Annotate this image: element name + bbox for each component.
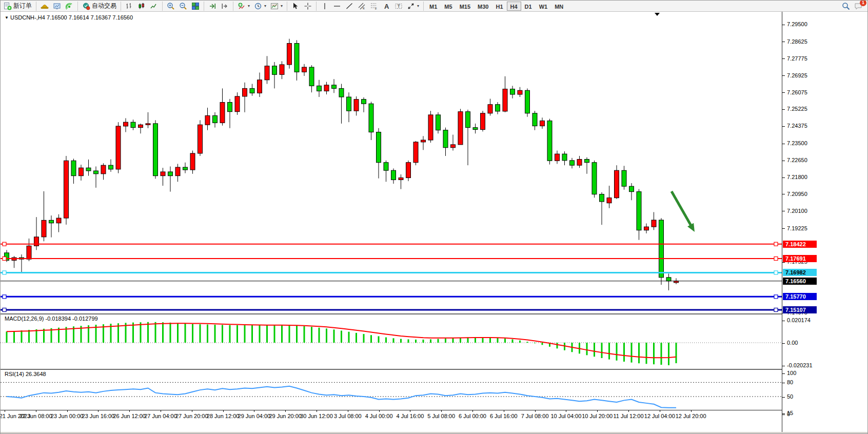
dropdown-caret-icon: ▾	[417, 4, 419, 8]
price-axis-tick: 7.27775	[782, 55, 807, 62]
zoom-out-button[interactable]	[177, 1, 189, 11]
candle-body	[406, 163, 411, 178]
trendline-button[interactable]	[343, 1, 356, 11]
toolbar-separator	[423, 2, 424, 11]
timeframe-button-h4[interactable]: H4	[507, 2, 521, 11]
symbol-dropdown-icon[interactable]: ▼	[5, 15, 9, 20]
candle-body	[153, 124, 158, 176]
main-chart-pane[interactable]	[1, 12, 782, 313]
candle-body	[562, 154, 567, 161]
price-axis-tick: 7.21800	[782, 173, 807, 181]
autotrading-button[interactable]: 自动交易	[80, 1, 119, 11]
candle-body	[607, 198, 611, 203]
new-order-button[interactable]: 新订单	[2, 1, 34, 11]
chart-shift-icon	[221, 2, 229, 10]
trendline-icon	[345, 2, 353, 10]
periods-button[interactable]: ▾	[252, 1, 268, 11]
timeframe-button-m15[interactable]: M15	[456, 2, 474, 11]
signals-button[interactable]	[63, 1, 75, 11]
rsi-pane[interactable]	[1, 370, 782, 410]
indicators-button[interactable]: ▾	[235, 1, 252, 11]
timeframe-button-d1[interactable]: D1	[521, 2, 536, 11]
expert-advisors-button[interactable]	[38, 1, 51, 11]
hline-icon	[333, 2, 341, 10]
candle-body	[421, 140, 426, 142]
candle-body	[600, 194, 604, 202]
trend-arrow-shaft[interactable]	[672, 191, 692, 227]
search-button[interactable]	[840, 1, 852, 11]
shapes-icon	[407, 2, 415, 10]
candlestick-chart-button[interactable]	[135, 1, 148, 11]
line-handle[interactable]	[3, 308, 6, 312]
line-handle[interactable]	[3, 295, 6, 299]
timeframe-button-w1[interactable]: W1	[536, 2, 551, 11]
autotrading-button-label: 自动交易	[92, 2, 116, 10]
autoscroll-icon	[208, 2, 216, 10]
macd-pane[interactable]	[1, 314, 782, 369]
time-axis[interactable]: 21 Jun 202322 Jun 08:0023 Jun 00:0023 Ju…	[1, 410, 782, 421]
line-handle[interactable]	[774, 308, 778, 312]
profiles-button[interactable]	[51, 1, 63, 11]
candle-body	[131, 122, 135, 127]
line-handle[interactable]	[774, 271, 778, 274]
price-axis-tick: 7.24375	[782, 122, 807, 129]
chart-shift-marker[interactable]	[655, 13, 660, 16]
notifications-button[interactable]: 1	[852, 1, 864, 11]
candle-body	[235, 96, 240, 112]
candle-body	[228, 102, 232, 111]
chart-title[interactable]: ▼ USDCNH-,H4 7.16500 7.16614 7.16367 7.1…	[5, 14, 133, 21]
fibonacci-button[interactable]: F	[368, 1, 380, 11]
templates-button[interactable]: ▾	[268, 1, 285, 11]
crosshair-button[interactable]	[302, 1, 314, 11]
candle-body	[496, 105, 500, 111]
dropdown-caret-icon: ▾	[264, 4, 266, 8]
rsi-axis-tick: 80	[782, 379, 793, 386]
candle-body	[317, 86, 322, 91]
line-handle[interactable]	[3, 257, 6, 261]
chart-shift-button[interactable]	[219, 1, 231, 11]
candle-body	[369, 104, 373, 132]
equidistant-channel-button[interactable]: E	[356, 1, 368, 11]
timeframe-button-m30[interactable]: M30	[474, 2, 492, 11]
time-axis-label: 6 Jul 16:00	[490, 413, 518, 419]
line-chart-button[interactable]	[148, 1, 160, 11]
cursor-icon	[291, 2, 300, 10]
zoom-in-button[interactable]	[165, 1, 177, 11]
time-axis-tick	[379, 410, 380, 412]
text-button[interactable]: A	[380, 1, 392, 11]
cursor-button[interactable]	[289, 1, 302, 11]
arrows-button[interactable]: ▾	[405, 1, 421, 11]
candle-body	[666, 278, 671, 281]
tile-windows-button[interactable]	[189, 1, 202, 11]
line-handle[interactable]	[774, 257, 778, 261]
line-handle[interactable]	[3, 271, 6, 274]
line-handle[interactable]	[3, 242, 6, 246]
time-axis-tick	[472, 410, 473, 412]
time-axis-label: 29 Jun 04:00	[238, 413, 271, 419]
time-axis-tick	[660, 410, 660, 412]
timeframe-button-h1[interactable]: H1	[492, 2, 506, 11]
horizontal-line-button[interactable]	[331, 1, 343, 11]
axis-tick-mark	[782, 144, 785, 144]
auto-scroll-button[interactable]	[206, 1, 219, 11]
time-axis-label: 26 Jun 12:00	[113, 413, 146, 419]
timeframe-button-mn[interactable]: MN	[551, 2, 567, 11]
time-axis-tick	[535, 410, 536, 412]
axis-tick-mark	[782, 343, 785, 344]
candle-body	[175, 167, 180, 176]
time-axis-label: 3 Jul 08:00	[334, 413, 362, 419]
candle-body	[243, 88, 247, 96]
time-axis-label: 4 Jul 00:00	[365, 413, 393, 419]
price-axis[interactable]: 7.295007.286257.277757.269257.260757.252…	[782, 12, 868, 432]
line-handle[interactable]	[774, 242, 778, 246]
text-label-button[interactable]: T	[392, 1, 405, 11]
timeframe-button-m5[interactable]: M5	[441, 2, 456, 11]
bar-chart-button[interactable]	[123, 1, 135, 11]
line-handle[interactable]	[774, 295, 778, 299]
candle-chart-icon	[137, 2, 146, 10]
candle-body	[570, 161, 575, 165]
chart-area[interactable]: ▼ USDCNH-,H4 7.16500 7.16614 7.16367 7.1…	[1, 12, 868, 432]
vertical-line-button[interactable]	[319, 1, 331, 11]
toolbar-separator	[121, 2, 121, 11]
timeframe-button-m1[interactable]: M1	[426, 2, 441, 11]
